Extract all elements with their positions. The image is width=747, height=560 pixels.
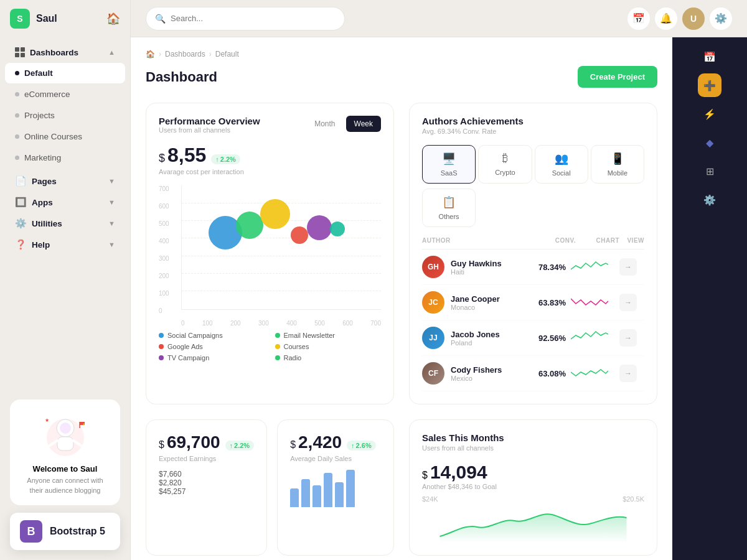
legend-google-ads: Google Ads [159,343,265,350]
earnings-items: $7,660 $2,820 $45,257 [159,470,254,496]
tab-month[interactable]: Month [306,116,343,132]
perf-subtitle: Users from all channels [159,126,260,134]
search-box[interactable]: 🔍 [146,7,345,30]
app-name: Saul [36,13,100,24]
earnings-section: $ 69,700 ↑ 2.2% Expected Earnings $7,660 [146,419,394,556]
x-label-100: 100 [202,320,213,327]
sidebar-item-ecommerce[interactable]: eCommerce [5,84,125,105]
author-action-2[interactable]: → [619,294,637,311]
user-avatar[interactable]: U [682,7,705,30]
sales-scale: $24K $20.5K [422,495,644,503]
y-label-0: 0 [159,307,177,314]
sidebar-item-apps[interactable]: 🔲 Apps ▼ [0,192,130,213]
y-label-300: 300 [159,255,177,262]
author-name-4: Cody Fishers [451,365,502,375]
nav-dot [15,156,19,160]
diamond-rp-icon[interactable]: ◆ [698,131,721,154]
performance-card: Performance Overview Users from all chan… [146,103,394,404]
bubble-ads [260,199,290,229]
cat-tab-mobile[interactable]: 📱 Mobile [591,145,644,184]
grid-line [182,291,381,291]
sidebar-item-help[interactable]: ❓ Help ▼ [0,234,130,255]
sidebar-item-pages[interactable]: 📄 Pages ▼ [0,170,130,192]
table-row: CF Cody Fishers Mexico 63.08% [422,356,644,391]
tab-week[interactable]: Week [346,116,381,132]
search-input[interactable] [171,14,336,23]
mini-bar-chart [290,470,381,507]
online-courses-label: Online Courses [24,132,82,141]
sidebar-item-default[interactable]: Default [5,63,125,83]
daily-sales-value: $ 2,420 [290,432,342,452]
sales-dollar-sign: $ [422,470,428,481]
right-panel: 📅 ➕ ⚡ ◆ ⊞ ⚙️ Explore Help Buy now [672,37,747,560]
y-label-400: 400 [159,238,177,245]
lightning-rp-icon[interactable]: ⚡ [698,102,721,126]
breadcrumb-home[interactable]: 🏠 [146,50,155,58]
authors-title: Authors Achievements [422,116,644,126]
legend-label-tv: TV Campaign [167,354,209,362]
x-label-500: 500 [314,320,325,327]
author-name-3: Jacob Jones [451,330,500,339]
perf-title-group: Performance Overview Users from all chan… [159,116,260,141]
cat-tab-others[interactable]: 📋 Others [422,189,476,227]
author-action-4[interactable]: → [619,365,637,382]
breadcrumb-dashboards[interactable]: Dashboards [165,50,205,58]
cat-tab-saas[interactable]: 🖥️ SaaS [422,145,476,184]
col-view: VIEW [619,237,644,244]
legend-label-radio: Radio [284,354,302,362]
bar-2 [301,479,310,507]
grid2-rp-icon[interactable]: ⊞ [698,159,721,183]
earnings-badge: ↑ 2.2% [225,441,255,450]
utilities-label: Utilities [32,219,62,228]
add-rp-icon[interactable]: ➕ [698,73,721,97]
earnings-number: 69,700 [167,432,220,452]
breadcrumb-current: Default [215,50,239,58]
notification-icon-btn[interactable]: 🔔 [655,7,677,30]
author-action-3[interactable]: → [619,329,637,347]
earnings-dollar: $ [159,439,164,450]
chevron-icon: ▲ [108,49,115,56]
settings-icon-btn[interactable]: ⚙️ [710,7,732,30]
sidebar-item-projects[interactable]: Projects [5,105,125,126]
sales-this-month-card: Sales This Months Users from all channel… [409,419,657,556]
table-row: GH Guy Hawkins Haiti 78.34% [422,250,644,285]
author-avatar-1: GH [422,256,444,278]
sidebar-item-online-courses[interactable]: Online Courses [5,126,125,147]
calendar-rp-icon[interactable]: 📅 [698,45,721,68]
author-country-4: Mexico [451,375,502,382]
author-conv-2: 63.83% [522,298,566,307]
legend-dot-email [275,333,280,338]
metric-value: $ 8,55 [159,144,206,167]
sidebar-item-marketing[interactable]: Marketing [5,147,125,168]
sales-subtitle: Users from all channels [422,444,644,452]
x-label-600: 600 [342,320,353,327]
legend-label-courses: Courses [284,343,309,350]
create-project-button[interactable]: Create Project [578,66,657,88]
grid-icon [15,47,25,57]
settings-rp-icon[interactable]: ⚙️ [698,188,721,212]
author-conv-4: 63.08% [522,369,566,378]
cat-tab-crypto[interactable]: ₿ Crypto [478,145,532,184]
default-label: Default [24,68,53,78]
main-area: 🔍 📅 🔔 U ⚙️ 🏠 › Dashboards › Default Dash… [131,0,747,560]
legend-dot-courses [275,344,280,349]
legend-email: Email Newsletter [275,332,382,339]
author-avatar-3: JJ [422,327,444,349]
sales-title: Sales This Months [422,432,644,443]
cat-tab-social[interactable]: 👥 Social [535,145,588,184]
calendar-icon-btn[interactable]: 📅 [627,7,650,30]
sidebar-item-utilities[interactable]: ⚙️ Utilities ▼ [0,213,130,234]
author-info-3: JJ Jacob Jones Poland [422,327,517,349]
crypto-icon: ₿ [502,152,508,165]
chevron-icon: ▼ [108,241,115,248]
crypto-label: Crypto [495,169,515,176]
legend-label-social: Social Campaigns [167,332,223,339]
x-label-400: 400 [286,320,297,327]
x-label-0: 0 [181,320,185,327]
home-icon[interactable]: 🏠 [106,12,120,26]
author-action-1[interactable]: → [619,258,637,276]
mobile-label: Mobile [608,169,627,177]
author-conv-3: 92.56% [522,334,566,343]
table-row: JJ Jacob Jones Poland 92.56% [422,320,644,356]
sidebar-item-dashboards[interactable]: Dashboards ▲ [0,42,130,62]
